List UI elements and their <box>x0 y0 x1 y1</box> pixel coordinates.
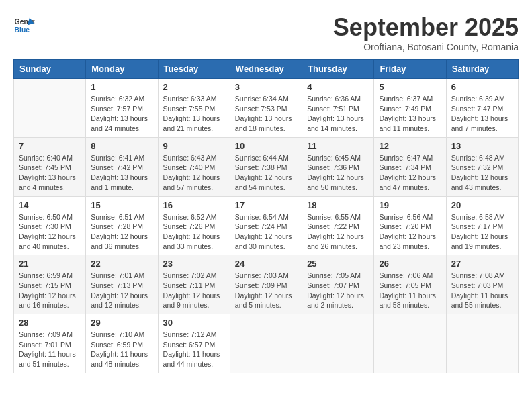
day-info: Sunrise: 6:55 AMSunset: 7:22 PMDaylight:… <box>307 212 369 252</box>
table-row: 16Sunrise: 6:52 AMSunset: 7:26 PMDayligh… <box>158 196 230 255</box>
col-monday: Monday <box>86 60 158 79</box>
day-number: 10 <box>235 141 297 151</box>
day-number: 23 <box>163 259 225 269</box>
day-info: Sunrise: 7:01 AMSunset: 7:13 PMDaylight:… <box>91 271 152 310</box>
day-number: 8 <box>91 141 152 151</box>
day-number: 22 <box>91 259 152 269</box>
day-info: Sunrise: 7:03 AMSunset: 7:09 PMDaylight:… <box>235 271 297 310</box>
col-friday: Friday <box>374 60 446 79</box>
day-number: 20 <box>451 200 513 210</box>
subtitle: Oroftiana, Botosani County, Romania <box>333 42 519 52</box>
col-sunday: Sunday <box>14 60 86 79</box>
day-number: 3 <box>235 82 297 92</box>
table-row: 10Sunrise: 6:44 AMSunset: 7:38 PMDayligh… <box>230 137 302 196</box>
calendar-week-row: 14Sunrise: 6:50 AMSunset: 7:30 PMDayligh… <box>14 196 519 255</box>
title-section: September 2025 Oroftiana, Botosani Count… <box>333 13 519 52</box>
day-number: 28 <box>19 318 81 328</box>
table-row <box>446 314 518 373</box>
table-row: 12Sunrise: 6:47 AMSunset: 7:34 PMDayligh… <box>374 137 446 196</box>
calendar-week-row: 21Sunrise: 6:59 AMSunset: 7:15 PMDayligh… <box>14 255 519 314</box>
table-row: 24Sunrise: 7:03 AMSunset: 7:09 PMDayligh… <box>230 255 302 314</box>
day-number: 6 <box>451 82 513 92</box>
day-info: Sunrise: 6:40 AMSunset: 7:45 PMDaylight:… <box>19 153 81 193</box>
day-info: Sunrise: 6:50 AMSunset: 7:30 PMDaylight:… <box>19 212 81 252</box>
day-number: 30 <box>163 318 225 328</box>
day-info: Sunrise: 7:10 AMSunset: 6:59 PMDaylight:… <box>91 330 152 369</box>
day-number: 19 <box>379 200 441 210</box>
day-info: Sunrise: 6:41 AMSunset: 7:42 PMDaylight:… <box>91 153 152 193</box>
col-wednesday: Wednesday <box>230 60 302 79</box>
day-info: Sunrise: 7:12 AMSunset: 6:57 PMDaylight:… <box>163 330 225 369</box>
table-row: 29Sunrise: 7:10 AMSunset: 6:59 PMDayligh… <box>86 314 158 373</box>
day-info: Sunrise: 6:48 AMSunset: 7:32 PMDaylight:… <box>451 153 513 193</box>
day-number: 18 <box>307 200 369 210</box>
calendar-week-row: 1Sunrise: 6:32 AMSunset: 7:57 PMDaylight… <box>14 79 519 138</box>
table-row: 2Sunrise: 6:33 AMSunset: 7:55 PMDaylight… <box>158 79 230 138</box>
logo: General Blue <box>13 13 35 35</box>
day-info: Sunrise: 7:08 AMSunset: 7:03 PMDaylight:… <box>451 271 513 310</box>
table-row: 27Sunrise: 7:08 AMSunset: 7:03 PMDayligh… <box>446 255 518 314</box>
day-number: 1 <box>91 82 152 92</box>
calendar-week-row: 28Sunrise: 7:09 AMSunset: 7:01 PMDayligh… <box>14 314 519 373</box>
calendar-week-row: 7Sunrise: 6:40 AMSunset: 7:45 PMDaylight… <box>14 137 519 196</box>
day-number: 11 <box>307 141 369 151</box>
day-info: Sunrise: 6:56 AMSunset: 7:20 PMDaylight:… <box>379 212 441 252</box>
table-row: 22Sunrise: 7:01 AMSunset: 7:13 PMDayligh… <box>86 255 158 314</box>
calendar-header-row: Sunday Monday Tuesday Wednesday Thursday… <box>14 60 519 79</box>
day-number: 26 <box>379 259 441 269</box>
table-row: 15Sunrise: 6:51 AMSunset: 7:28 PMDayligh… <box>86 196 158 255</box>
day-info: Sunrise: 6:51 AMSunset: 7:28 PMDaylight:… <box>91 212 152 252</box>
day-info: Sunrise: 6:36 AMSunset: 7:51 PMDaylight:… <box>307 94 369 134</box>
table-row: 17Sunrise: 6:54 AMSunset: 7:24 PMDayligh… <box>230 196 302 255</box>
svg-text:Blue: Blue <box>15 26 30 34</box>
day-number: 5 <box>379 82 441 92</box>
table-row: 5Sunrise: 6:37 AMSunset: 7:49 PMDaylight… <box>374 79 446 138</box>
table-row: 9Sunrise: 6:43 AMSunset: 7:40 PMDaylight… <box>158 137 230 196</box>
day-number: 27 <box>451 259 513 269</box>
day-info: Sunrise: 6:37 AMSunset: 7:49 PMDaylight:… <box>379 94 441 134</box>
day-number: 4 <box>307 82 369 92</box>
day-number: 21 <box>19 259 81 269</box>
table-row <box>14 79 86 138</box>
table-row: 30Sunrise: 7:12 AMSunset: 6:57 PMDayligh… <box>158 314 230 373</box>
table-row: 4Sunrise: 6:36 AMSunset: 7:51 PMDaylight… <box>302 79 374 138</box>
month-title: September 2025 <box>333 13 519 42</box>
col-tuesday: Tuesday <box>158 60 230 79</box>
table-row: 14Sunrise: 6:50 AMSunset: 7:30 PMDayligh… <box>14 196 86 255</box>
table-row: 19Sunrise: 6:56 AMSunset: 7:20 PMDayligh… <box>374 196 446 255</box>
day-info: Sunrise: 6:47 AMSunset: 7:34 PMDaylight:… <box>379 153 441 193</box>
day-info: Sunrise: 6:34 AMSunset: 7:53 PMDaylight:… <box>235 94 297 134</box>
day-number: 13 <box>451 141 513 151</box>
table-row: 7Sunrise: 6:40 AMSunset: 7:45 PMDaylight… <box>14 137 86 196</box>
table-row: 11Sunrise: 6:45 AMSunset: 7:36 PMDayligh… <box>302 137 374 196</box>
table-row: 3Sunrise: 6:34 AMSunset: 7:53 PMDaylight… <box>230 79 302 138</box>
day-info: Sunrise: 6:32 AMSunset: 7:57 PMDaylight:… <box>91 94 152 134</box>
day-number: 24 <box>235 259 297 269</box>
table-row <box>374 314 446 373</box>
day-info: Sunrise: 6:39 AMSunset: 7:47 PMDaylight:… <box>451 94 513 134</box>
col-thursday: Thursday <box>302 60 374 79</box>
day-info: Sunrise: 7:05 AMSunset: 7:07 PMDaylight:… <box>307 271 369 310</box>
table-row <box>302 314 374 373</box>
day-info: Sunrise: 6:52 AMSunset: 7:26 PMDaylight:… <box>163 212 225 252</box>
table-row: 20Sunrise: 6:58 AMSunset: 7:17 PMDayligh… <box>446 196 518 255</box>
day-number: 15 <box>91 200 152 210</box>
table-row: 28Sunrise: 7:09 AMSunset: 7:01 PMDayligh… <box>14 314 86 373</box>
day-info: Sunrise: 6:44 AMSunset: 7:38 PMDaylight:… <box>235 153 297 193</box>
table-row: 25Sunrise: 7:05 AMSunset: 7:07 PMDayligh… <box>302 255 374 314</box>
day-info: Sunrise: 6:45 AMSunset: 7:36 PMDaylight:… <box>307 153 369 193</box>
calendar-table: Sunday Monday Tuesday Wednesday Thursday… <box>13 59 519 373</box>
day-number: 25 <box>307 259 369 269</box>
day-info: Sunrise: 7:06 AMSunset: 7:05 PMDaylight:… <box>379 271 441 310</box>
day-number: 29 <box>91 318 152 328</box>
table-row: 6Sunrise: 6:39 AMSunset: 7:47 PMDaylight… <box>446 79 518 138</box>
day-info: Sunrise: 6:54 AMSunset: 7:24 PMDaylight:… <box>235 212 297 252</box>
table-row <box>230 314 302 373</box>
day-number: 12 <box>379 141 441 151</box>
table-row: 1Sunrise: 6:32 AMSunset: 7:57 PMDaylight… <box>86 79 158 138</box>
day-info: Sunrise: 6:59 AMSunset: 7:15 PMDaylight:… <box>19 271 81 310</box>
table-row: 23Sunrise: 7:02 AMSunset: 7:11 PMDayligh… <box>158 255 230 314</box>
table-row: 26Sunrise: 7:06 AMSunset: 7:05 PMDayligh… <box>374 255 446 314</box>
day-number: 16 <box>163 200 225 210</box>
day-number: 2 <box>163 82 225 92</box>
